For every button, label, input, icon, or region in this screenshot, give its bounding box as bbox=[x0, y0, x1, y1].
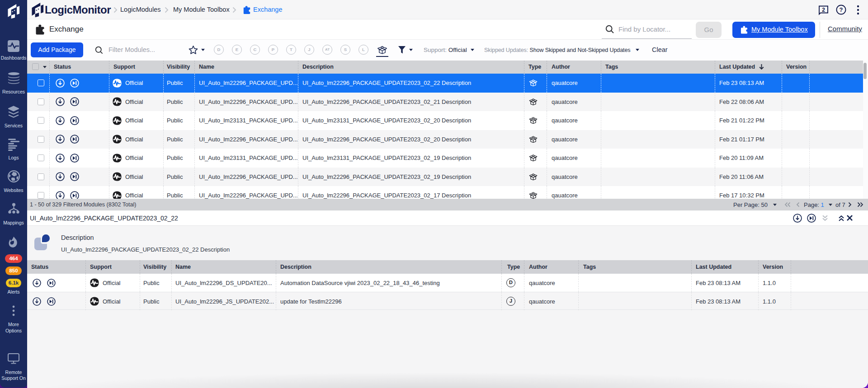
svg-text:2: 2 bbox=[822, 7, 825, 13]
svg-text:?: ? bbox=[840, 6, 843, 13]
